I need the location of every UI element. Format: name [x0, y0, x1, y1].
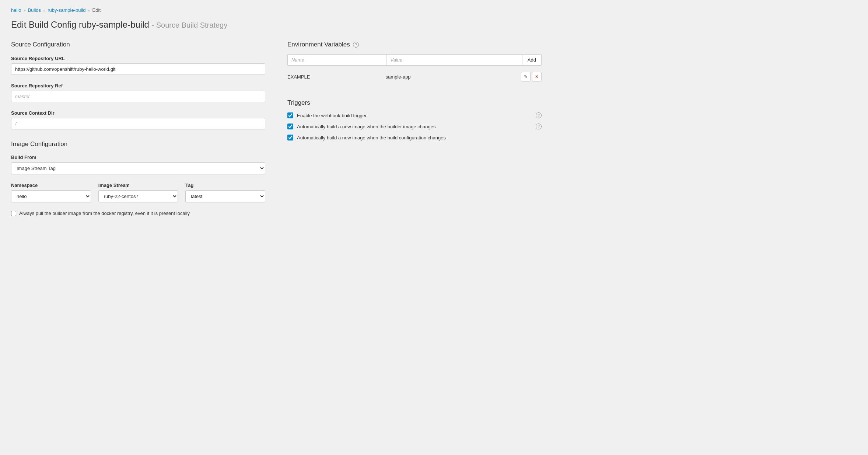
always-pull-label[interactable]: Always pull the builder image from the d…	[19, 211, 190, 216]
left-column: Source Configuration Source Repository U…	[11, 41, 265, 216]
env-name-input[interactable]	[287, 54, 386, 66]
breadcrumb: hello » Builds » ruby-sample-build » Edi…	[11, 7, 542, 13]
env-edit-button[interactable]: ✎	[521, 72, 531, 81]
trigger-row-webhook: Enable the webhook build trigger ?	[287, 112, 542, 118]
source-url-label: Source Repository URL	[11, 56, 265, 61]
trigger-builder-image-help-icon[interactable]: ?	[536, 124, 542, 129]
page-title-sub: - Source Build Strategy	[152, 21, 228, 29]
breadcrumb-edit: Edit	[92, 7, 101, 13]
image-sub-fields: Namespace hello openshift default Image …	[11, 183, 265, 202]
build-from-select[interactable]: Image Stream Tag Image Stream Image Dock…	[11, 162, 265, 174]
breadcrumb-sep-2: »	[43, 8, 45, 13]
env-var-value: sample-app	[382, 74, 518, 80]
trigger-webhook-help-icon[interactable]: ?	[536, 112, 542, 118]
always-pull-checkbox[interactable]	[11, 211, 16, 216]
namespace-group: Namespace hello openshift default	[11, 183, 91, 202]
trigger-config-change-checkbox[interactable]	[287, 135, 293, 140]
trigger-row-builder-image: Automatically build a new image when the…	[287, 124, 542, 129]
env-vars-help-icon[interactable]: ?	[353, 42, 359, 48]
image-config-title: Image Configuration	[11, 140, 265, 148]
trigger-config-change-label: Automatically build a new image when the…	[297, 135, 542, 140]
image-stream-label: Image Stream	[98, 183, 178, 188]
build-from-label: Build From	[11, 154, 265, 160]
env-inputs-row: Add	[287, 54, 542, 66]
source-ref-label: Source Repository Ref	[11, 83, 265, 88]
triggers-section: Triggers Enable the webhook build trigge…	[287, 99, 542, 140]
edit-icon: ✎	[524, 74, 528, 79]
env-vars-section: Environment Variables ? Add EXAMPLE samp…	[287, 41, 542, 84]
page-container: hello » Builds » ruby-sample-build » Edi…	[0, 0, 553, 231]
tag-select[interactable]: latest v2 v1	[185, 190, 265, 202]
env-add-button[interactable]: Add	[522, 54, 542, 66]
source-url-group: Source Repository URL	[11, 56, 265, 75]
triggers-title: Triggers	[287, 99, 542, 107]
always-pull-row: Always pull the builder image from the d…	[11, 211, 265, 216]
env-delete-button[interactable]: ✕	[532, 72, 542, 81]
env-vars-title: Environment Variables ?	[287, 41, 542, 48]
breadcrumb-ruby-sample-build[interactable]: ruby-sample-build	[48, 7, 85, 13]
trigger-builder-image-label: Automatically build a new image when the…	[297, 124, 532, 129]
env-var-name: EXAMPLE	[287, 74, 382, 80]
build-from-group: Build From Image Stream Tag Image Stream…	[11, 154, 265, 174]
tag-label: Tag	[185, 183, 265, 188]
page-title-main: Edit Build Config ruby-sample-build	[11, 20, 149, 29]
source-ref-input[interactable]	[11, 91, 265, 102]
namespace-select[interactable]: hello openshift default	[11, 190, 91, 202]
source-ref-group: Source Repository Ref	[11, 83, 265, 102]
trigger-row-config-change: Automatically build a new image when the…	[287, 135, 542, 140]
page-title: Edit Build Config ruby-sample-build - So…	[11, 20, 542, 30]
breadcrumb-sep-1: »	[23, 8, 25, 13]
env-var-row: EXAMPLE sample-app ✎ ✕	[287, 69, 542, 84]
image-stream-group: Image Stream ruby-22-centos7 ruby-20-cen…	[98, 183, 178, 202]
source-context-input[interactable]	[11, 118, 265, 129]
trigger-webhook-label: Enable the webhook build trigger	[297, 113, 532, 118]
image-stream-select[interactable]: ruby-22-centos7 ruby-20-centos7	[98, 190, 178, 202]
tag-group: Tag latest v2 v1	[185, 183, 265, 202]
source-context-group: Source Context Dir	[11, 110, 265, 129]
breadcrumb-builds[interactable]: Builds	[28, 7, 41, 13]
right-column: Environment Variables ? Add EXAMPLE samp…	[287, 41, 542, 216]
trigger-builder-image-checkbox[interactable]	[287, 124, 293, 129]
namespace-label: Namespace	[11, 183, 91, 188]
env-value-input[interactable]	[386, 54, 522, 66]
source-context-label: Source Context Dir	[11, 110, 265, 116]
env-vars-title-text: Environment Variables	[287, 41, 350, 48]
source-url-input[interactable]	[11, 63, 265, 75]
breadcrumb-sep-3: »	[88, 8, 90, 13]
env-var-actions: ✎ ✕	[518, 72, 542, 81]
close-icon: ✕	[535, 74, 539, 79]
trigger-webhook-checkbox[interactable]	[287, 112, 293, 118]
breadcrumb-hello[interactable]: hello	[11, 7, 21, 13]
source-config-title: Source Configuration	[11, 41, 265, 48]
main-layout: Source Configuration Source Repository U…	[11, 41, 542, 216]
